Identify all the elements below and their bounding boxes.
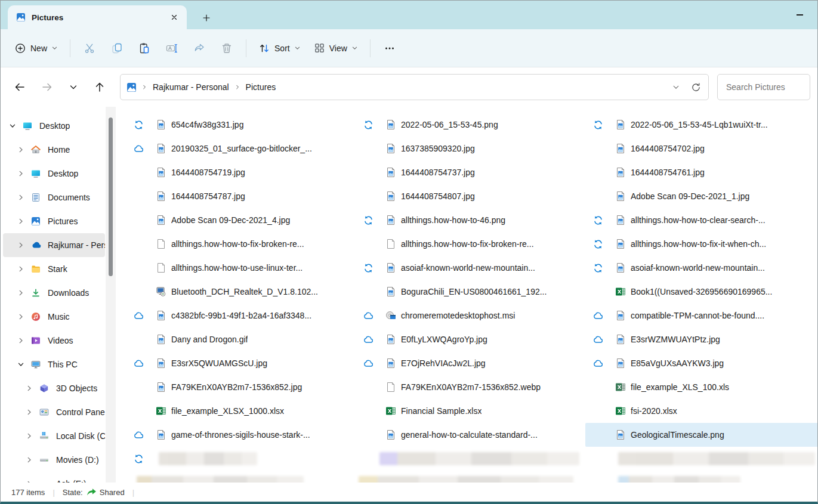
chevron-down-icon[interactable] <box>9 122 16 129</box>
breadcrumb-item[interactable]: Rajkumar - Personal <box>149 79 233 95</box>
address-dropdown-icon[interactable] <box>672 83 680 91</box>
file-row[interactable]: E85aVgUXsAAYKW3.jpg <box>585 351 817 375</box>
sidebar-item-3d-objects[interactable]: 3D Objects <box>3 376 105 400</box>
file-row[interactable]: 1644408754737.jpg <box>356 160 585 184</box>
file-row[interactable]: E7OjRehVIAcJw2L.jpg <box>356 351 585 375</box>
file-row[interactable]: FA79KEnX0AYB2m7-1536x852.webp <box>356 375 585 399</box>
redacted-file-row[interactable] <box>356 447 585 471</box>
file-row[interactable]: 20190325_01_surface-go-bitlocker_... <box>126 137 356 160</box>
new-tab-button[interactable] <box>200 11 213 24</box>
chevron-right-icon[interactable] <box>17 242 24 249</box>
refresh-icon[interactable] <box>691 82 701 92</box>
file-row[interactable]: E3srX5QWUAMGScU.jpg <box>126 351 356 375</box>
file-row[interactable]: GeologicalTimescale.png <box>585 423 817 447</box>
forward-button[interactable] <box>38 78 57 97</box>
sidebar-item-ash-e[interactable]: Ash (E:) <box>3 472 105 483</box>
sidebar-item-desktop[interactable]: Desktop <box>3 114 105 138</box>
tab-pictures[interactable]: Pictures <box>8 5 187 29</box>
file-row[interactable]: compatible-TPM-cannot-be-found.... <box>585 304 817 327</box>
paste-button[interactable] <box>131 38 158 59</box>
file-row[interactable]: asoiaf-known-world-new-mountain... <box>585 256 817 280</box>
minimize-button[interactable] <box>792 10 807 20</box>
redacted-file-row[interactable] <box>356 471 585 483</box>
close-tab-icon[interactable] <box>168 11 181 24</box>
file-row[interactable]: 1644408754761.jpg <box>585 160 817 184</box>
file-row[interactable]: 2022-05-06_15-53-45.png <box>356 113 585 137</box>
chevron-right-icon[interactable] <box>26 456 33 463</box>
chevron-down-icon[interactable] <box>17 361 24 368</box>
redacted-file-row[interactable] <box>585 471 817 483</box>
sidebar-item-control-panel[interactable]: Control Panel <box>3 400 105 424</box>
sidebar-item-rajkumar-personal[interactable]: Rajkumar - Personal <box>3 233 105 257</box>
file-row[interactable]: allthings.how-how-to-fix-broken-re... <box>356 232 585 256</box>
breadcrumb[interactable]: Rajkumar - Personal Pictures <box>120 74 709 100</box>
file-row[interactable]: 1644408754702.jpg <box>585 137 817 160</box>
file-row[interactable]: Financial Sample.xlsx <box>356 399 585 423</box>
file-row[interactable]: E3srWZMWUAYtPtz.jpg <box>585 327 817 351</box>
sidebar-item-stark[interactable]: Stark <box>3 257 105 281</box>
redacted-file-row[interactable] <box>585 447 817 471</box>
chevron-right-icon[interactable] <box>17 146 24 153</box>
chevron-right-icon[interactable] <box>17 170 24 177</box>
file-row[interactable]: FA79KEnX0AYB2m7-1536x852.jpg <box>126 375 356 399</box>
chevron-right-icon[interactable] <box>17 289 24 296</box>
file-row[interactable]: allthings.how-how-to-use-linux-ter... <box>126 256 356 280</box>
search-box[interactable] <box>717 74 810 100</box>
file-row[interactable]: Adobe Scan 09-Dec-2021_1.jpg <box>585 184 817 208</box>
file-row[interactable]: Dany and Drogon.gif <box>126 327 356 351</box>
copy-button[interactable] <box>103 38 131 59</box>
file-row[interactable]: game-of-thrones-sigils-house-stark-... <box>126 423 356 447</box>
sidebar-item-home[interactable]: Home <box>3 138 105 162</box>
file-row[interactable]: 2022-05-06_15-53-45-Lqb1wuiXt-tr... <box>585 113 817 137</box>
cut-button[interactable] <box>76 38 103 59</box>
file-row[interactable]: Bluetooth_DCH_Realtek_D_V1.8.102... <box>126 280 356 304</box>
file-row[interactable]: allthings.how-how-to-46.png <box>356 208 585 232</box>
sidebar-item-documents[interactable]: Documents <box>3 185 105 209</box>
search-input[interactable] <box>726 82 804 92</box>
file-row[interactable]: 1644408754807.jpg <box>356 184 585 208</box>
redacted-file-row[interactable] <box>126 447 356 471</box>
up-button[interactable] <box>90 78 109 97</box>
sidebar-item-downloads[interactable]: Downloads <box>3 281 105 305</box>
redacted-file-row[interactable] <box>126 471 356 483</box>
sort-button[interactable]: Sort <box>252 38 307 59</box>
file-row[interactable]: Adobe Scan 09-Dec-2021_4.jpg <box>126 208 356 232</box>
sidebar-item-this-pc[interactable]: This PC <box>3 353 105 376</box>
file-row[interactable]: general-how-to-calculate-standard-... <box>356 423 585 447</box>
file-row[interactable]: 1644408754719.jpg <box>126 160 356 184</box>
file-row[interactable]: allthings.how-how-to-fix-broken-re... <box>126 232 356 256</box>
share-button[interactable] <box>186 38 213 59</box>
file-row[interactable]: 654c4fw38g331.jpg <box>126 113 356 137</box>
sidebar-scrollbar-thumb[interactable] <box>109 118 113 276</box>
delete-button[interactable] <box>213 38 240 59</box>
file-row[interactable]: 1637385909320.jpg <box>356 137 585 160</box>
recent-locations-button[interactable] <box>65 79 82 95</box>
file-row[interactable]: file_example_XLSX_1000.xlsx <box>126 399 356 423</box>
chevron-right-icon[interactable] <box>26 432 33 440</box>
chevron-right-icon[interactable] <box>17 265 24 273</box>
file-row[interactable]: E0fLyLXWQAgroYp.jpg <box>356 327 585 351</box>
more-options-button[interactable] <box>376 38 403 59</box>
rename-button[interactable] <box>158 38 186 59</box>
file-row[interactable]: Book1((Unsaved-326956690169965... <box>585 280 817 304</box>
back-button[interactable] <box>10 78 29 97</box>
chevron-right-icon[interactable] <box>17 337 24 344</box>
file-row[interactable]: file_example_XLS_100.xls <box>585 375 817 399</box>
chevron-right-icon[interactable] <box>17 313 24 320</box>
sidebar-item-pictures[interactable]: Pictures <box>3 209 105 233</box>
view-button[interactable]: View <box>307 38 365 58</box>
file-row[interactable]: BoguraChili_EN-US0800461661_192... <box>356 280 585 304</box>
chevron-right-icon[interactable] <box>17 218 24 225</box>
file-row[interactable]: c4382bfc-99b1-49f1-b2a4-16af3348... <box>126 304 356 327</box>
file-row[interactable]: chromeremotedesktophost.msi <box>356 304 585 327</box>
sidebar-item-local-disk-c[interactable]: Local Disk (C:) <box>3 424 105 448</box>
chevron-right-icon[interactable] <box>17 194 24 201</box>
new-button[interactable]: New <box>8 38 64 59</box>
file-row[interactable]: 1644408754787.jpg <box>126 184 356 208</box>
breadcrumb-item[interactable]: Pictures <box>242 79 280 95</box>
chevron-right-icon[interactable] <box>26 385 33 392</box>
file-row[interactable]: allthings.how-how-to-fix-it-when-ch... <box>585 232 817 256</box>
sidebar-item-videos[interactable]: Videos <box>3 329 105 353</box>
file-row[interactable]: fsi-2020.xlsx <box>585 399 817 423</box>
sidebar-item-movies-d[interactable]: Movies (D:) <box>3 448 105 472</box>
